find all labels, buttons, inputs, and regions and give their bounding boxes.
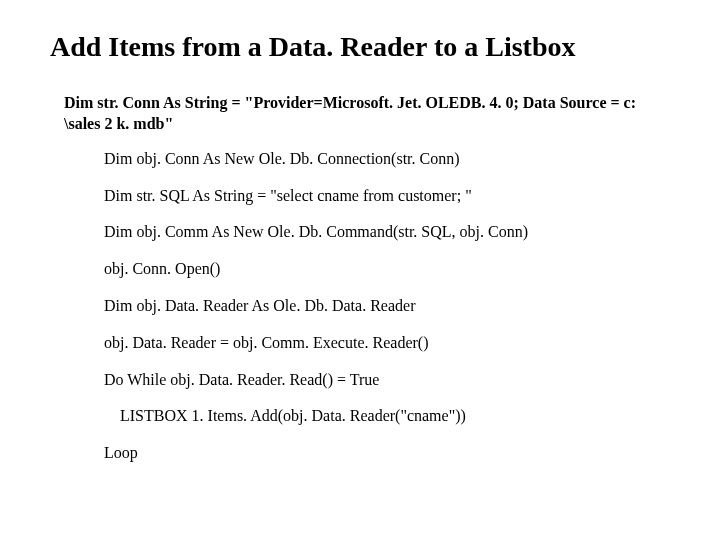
code-line-indented: LISTBOX 1. Items. Add(obj. Data. Reader(… <box>104 406 670 427</box>
code-line: Loop <box>104 443 670 464</box>
connection-string-declaration: Dim str. Conn As String = "Provider=Micr… <box>50 92 670 135</box>
code-line: Do While obj. Data. Reader. Read() = Tru… <box>104 370 670 391</box>
code-line: obj. Data. Reader = obj. Comm. Execute. … <box>104 333 670 354</box>
page-title: Add Items from a Data. Reader to a Listb… <box>50 30 670 64</box>
code-block: Dim obj. Conn As New Ole. Db. Connection… <box>50 149 670 464</box>
code-line: Dim obj. Comm As New Ole. Db. Command(st… <box>104 222 670 243</box>
code-line: Dim str. SQL As String = "select cname f… <box>104 186 670 207</box>
code-line: obj. Conn. Open() <box>104 259 670 280</box>
code-line: Dim obj. Conn As New Ole. Db. Connection… <box>104 149 670 170</box>
code-line: Dim obj. Data. Reader As Ole. Db. Data. … <box>104 296 670 317</box>
